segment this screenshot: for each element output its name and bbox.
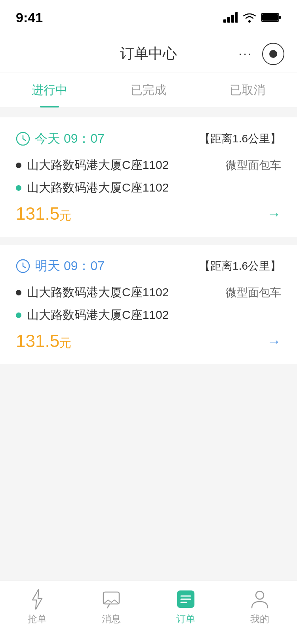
header-record-btn[interactable] (262, 43, 284, 65)
order-row-pickup-2: 山大路数码港大厦C座1102 微型面包车 (16, 284, 281, 301)
tab-ongoing-underline (40, 106, 59, 107)
svg-rect-6 (279, 16, 281, 19)
order-distance-2: 【距离1.6公里】 (199, 259, 281, 274)
order-row-pickup-1: 山大路数码港大厦C座1102 微型面包车 (16, 157, 281, 173)
nav-mine-label: 我的 (250, 613, 269, 625)
nav-grab-label: 抢单 (28, 613, 47, 625)
svg-point-4 (248, 20, 251, 23)
tab-cancelled[interactable]: 已取消 (198, 73, 297, 107)
status-icons (223, 12, 281, 23)
svg-rect-0 (223, 19, 226, 23)
tab-ongoing-label: 进行中 (32, 82, 67, 98)
bottom-nav: 抢单 消息 订单 (0, 581, 297, 644)
header-actions[interactable]: ··· (238, 43, 284, 65)
dropoff-dot-1 (16, 185, 21, 191)
svg-marker-14 (32, 589, 42, 610)
order-card-1[interactable]: 今天 09：07 【距离1.6公里】 山大路数码港大厦C座1102 微型面包车 … (0, 117, 297, 237)
nav-item-message[interactable]: 消息 (74, 589, 149, 625)
signal-icon (223, 12, 238, 23)
order-distance-1: 【距离1.6公里】 (199, 131, 281, 146)
order-row-dropoff-2: 山大路数码港大厦C座1102 (16, 307, 281, 323)
order-footer-1: 131.5元 → (16, 204, 281, 224)
message-icon (101, 589, 122, 610)
clock-icon-2 (16, 259, 30, 273)
header-dots-btn[interactable]: ··· (238, 46, 253, 61)
car-type-1: 微型面包车 (226, 158, 281, 173)
pickup-dot-1 (16, 163, 21, 168)
svg-rect-2 (231, 15, 234, 23)
order-price-2: 131.5元 (16, 331, 71, 351)
order-dropoff-1: 山大路数码港大厦C座1102 (16, 180, 169, 196)
tab-completed-label: 已完成 (131, 82, 166, 98)
status-time: 9:41 (16, 10, 43, 25)
lightning-icon (27, 589, 48, 610)
order-icon (175, 589, 196, 610)
tabs-bar: 进行中 已完成 已取消 (0, 73, 297, 108)
order-pickup-1: 山大路数码港大厦C座1102 (16, 157, 169, 173)
nav-item-grab[interactable]: 抢单 (0, 589, 74, 625)
status-bar: 9:41 (0, 0, 297, 35)
wifi-icon (242, 12, 257, 23)
svg-rect-1 (227, 17, 230, 23)
tab-ongoing[interactable]: 进行中 (0, 73, 99, 107)
order-arrow-2[interactable]: → (267, 333, 281, 350)
order-time-today-1: 今天 09：07 (35, 130, 105, 148)
profile-icon (249, 589, 270, 610)
tab-completed[interactable]: 已完成 (99, 73, 198, 107)
order-header-1: 今天 09：07 【距离1.6公里】 (16, 130, 281, 148)
order-pickup-2: 山大路数码港大厦C座1102 (16, 284, 169, 301)
svg-rect-7 (262, 14, 278, 21)
order-price-1: 131.5元 (16, 204, 71, 224)
pickup-dot-2 (16, 290, 21, 295)
battery-icon (261, 12, 281, 23)
header-record-inner (269, 50, 277, 58)
order-time-wrap-1: 今天 09：07 (16, 130, 105, 148)
svg-rect-3 (235, 12, 238, 23)
order-time-wrap-2: 明天 09：07 (16, 257, 105, 275)
svg-line-16 (107, 604, 110, 608)
tab-cancelled-label: 已取消 (230, 82, 265, 98)
order-dropoff-2: 山大路数码港大厦C座1102 (16, 307, 169, 323)
svg-point-21 (256, 591, 264, 599)
header-title: 订单中心 (120, 44, 177, 63)
svg-line-10 (23, 139, 25, 140)
order-arrow-1[interactable]: → (267, 206, 281, 222)
order-row-dropoff-1: 山大路数码港大厦C座1102 (16, 180, 281, 196)
dropoff-dot-2 (16, 312, 21, 318)
order-card-2[interactable]: 明天 09：07 【距离1.6公里】 山大路数码港大厦C座1102 微型面包车 … (0, 245, 297, 364)
clock-icon-1 (16, 132, 30, 146)
nav-item-order[interactable]: 订单 (148, 589, 223, 625)
nav-message-label: 消息 (102, 613, 121, 625)
order-list: 今天 09：07 【距离1.6公里】 山大路数码港大厦C座1102 微型面包车 … (0, 108, 297, 465)
order-header-2: 明天 09：07 【距离1.6公里】 (16, 257, 281, 275)
nav-order-label: 订单 (176, 613, 195, 625)
header: 订单中心 ··· (0, 35, 297, 73)
order-time-tomorrow-2: 明天 09：07 (35, 257, 105, 275)
order-footer-2: 131.5元 → (16, 331, 281, 351)
svg-line-13 (23, 266, 25, 268)
car-type-2: 微型面包车 (226, 285, 281, 300)
nav-item-mine[interactable]: 我的 (223, 589, 297, 625)
